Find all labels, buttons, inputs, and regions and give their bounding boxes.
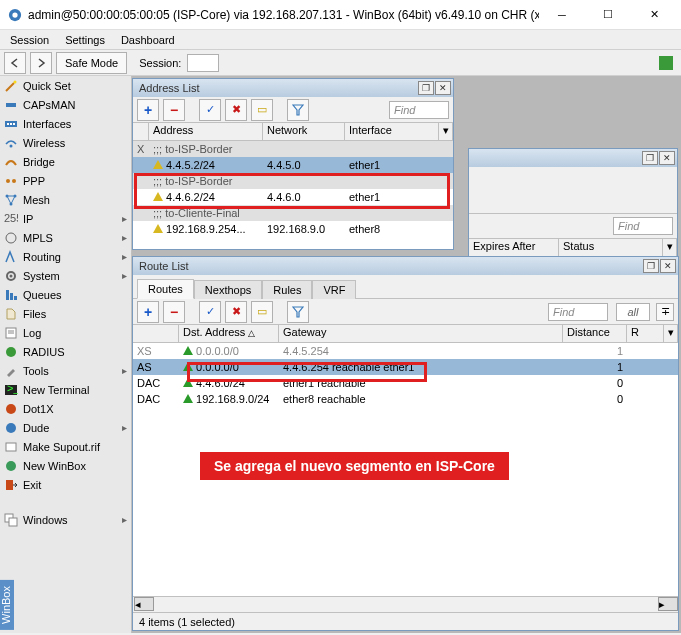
address-list-window: Address List ❐ ✕ + − ✓ ✖ ▭ Find Address [132, 78, 454, 250]
col-network[interactable]: Network [263, 123, 345, 140]
sidebar-item-windows[interactable]: Windows▸ [0, 510, 131, 529]
table-row[interactable]: DAC 192.168.9.0/24ether8 reachable0 [133, 391, 678, 407]
sidebar-item-exit[interactable]: Exit [0, 475, 131, 494]
sidebar-item-files[interactable]: Files [0, 304, 131, 323]
table-row[interactable]: XS 0.0.0.0/04.4.5.2541 [133, 343, 678, 359]
route-disable-button[interactable]: ✖ [225, 301, 247, 323]
menu-settings[interactable]: Settings [59, 32, 111, 48]
route-remove-button[interactable]: − [163, 301, 185, 323]
sidebar-item-queues[interactable]: Queues [0, 285, 131, 304]
sidebar-item-mpls[interactable]: MPLS▸ [0, 228, 131, 247]
tab-routes[interactable]: Routes [137, 279, 194, 299]
col-status[interactable]: Status [559, 239, 663, 256]
table-row[interactable]: DAC 4.4.6.0/24ether1 reachable0 [133, 375, 678, 391]
sidebar-item-quick-set[interactable]: Quick Set [0, 76, 131, 95]
enable-button[interactable]: ✓ [199, 99, 221, 121]
sidebar-item-label: Tools [23, 365, 49, 377]
col-interface[interactable]: Interface [345, 123, 439, 140]
addrwin-close-button[interactable]: ✕ [435, 81, 451, 95]
menu-dashboard[interactable]: Dashboard [115, 32, 181, 48]
winbox-side-tab[interactable]: WinBox [0, 580, 14, 630]
flag-icon [153, 160, 163, 169]
table-comment-row[interactable]: ;;; to-ISP-Border [133, 173, 453, 189]
add-button[interactable]: + [137, 99, 159, 121]
sidebar-item-bridge[interactable]: Bridge [0, 152, 131, 171]
winbox-icon [4, 459, 18, 473]
sidebar-item-interfaces[interactable]: Interfaces [0, 114, 131, 133]
close-button[interactable]: ✕ [631, 0, 677, 30]
menu-session[interactable]: Session [4, 32, 55, 48]
sidebar-item-ppp[interactable]: PPP [0, 171, 131, 190]
maximize-button[interactable]: ☐ [585, 0, 631, 30]
minimize-button[interactable]: ─ [539, 0, 585, 30]
sidebar-item-make-supout-rif[interactable]: Make Supout.rif [0, 437, 131, 456]
sidebar-item-log[interactable]: Log [0, 323, 131, 342]
tab-rules[interactable]: Rules [262, 280, 312, 299]
route-add-button[interactable]: + [137, 301, 159, 323]
mesh-icon [4, 193, 18, 207]
addrwin-restore-button[interactable]: ❐ [418, 81, 434, 95]
sidebar-item-system[interactable]: System▸ [0, 266, 131, 285]
filter-button[interactable] [287, 99, 309, 121]
sidebar-item-label: Interfaces [23, 118, 71, 130]
table-row[interactable]: 4.4.5.2/244.4.5.0ether1 [133, 157, 453, 173]
disable-button[interactable]: ✖ [225, 99, 247, 121]
comment-button[interactable]: ▭ [251, 99, 273, 121]
col-more[interactable]: ▾ [664, 325, 678, 342]
table-row[interactable]: AS 0.0.0.0/04.4.6.254 reachable ether11 [133, 359, 678, 375]
routewin-restore-button[interactable]: ❐ [643, 259, 659, 273]
route-list-window: Route List ❐ ✕ Routes Nexthops Rules VRF… [132, 256, 679, 631]
sidebar-item-dot1x[interactable]: Dot1X [0, 399, 131, 418]
sidebar-item-capsman[interactable]: CAPsMAN [0, 95, 131, 114]
bgwin-restore-button[interactable]: ❐ [642, 151, 658, 165]
svg-point-27 [6, 404, 16, 414]
route-filter-dropdown[interactable]: ∓ [656, 303, 674, 321]
sidebar-item-new-terminal[interactable]: >_New Terminal [0, 380, 131, 399]
col-r[interactable]: R [627, 325, 664, 342]
app-icon [8, 8, 22, 22]
sidebar-item-ip[interactable]: 255IP▸ [0, 209, 131, 228]
sidebar-item-label: IP [23, 213, 33, 225]
col-more[interactable]: ▾ [439, 123, 453, 140]
table-comment-row[interactable]: X;;; to-ISP-Border [133, 141, 453, 157]
col-more[interactable]: ▾ [663, 239, 677, 256]
route-comment-button[interactable]: ▭ [251, 301, 273, 323]
sidebar-item-dude[interactable]: Dude▸ [0, 418, 131, 437]
sidebar-item-tools[interactable]: Tools▸ [0, 361, 131, 380]
svg-rect-20 [14, 296, 17, 300]
tab-nexthops[interactable]: Nexthops [194, 280, 262, 299]
svg-point-2 [14, 80, 17, 83]
route-filter-button[interactable] [287, 301, 309, 323]
col-address[interactable]: Address [149, 123, 263, 140]
safe-mode-button[interactable]: Safe Mode [56, 52, 127, 74]
route-find-input[interactable]: Find [548, 303, 608, 321]
sidebar-item-new-winbox[interactable]: New WinBox [0, 456, 131, 475]
sidebar-item-radius[interactable]: RADIUS [0, 342, 131, 361]
col-gateway[interactable]: Gateway [279, 325, 563, 342]
table-row[interactable]: 192.168.9.254...192.168.9.0ether8 [133, 221, 453, 237]
sidebar-item-routing[interactable]: Routing▸ [0, 247, 131, 266]
route-filter-all[interactable]: all [616, 303, 650, 321]
remove-button[interactable]: − [163, 99, 185, 121]
route-enable-button[interactable]: ✓ [199, 301, 221, 323]
col-expires[interactable]: Expires After [469, 239, 559, 256]
session-value[interactable] [187, 54, 219, 72]
bgwin-close-button[interactable]: ✕ [659, 151, 675, 165]
windows-icon [4, 513, 18, 527]
sidebar-item-wireless[interactable]: Wireless [0, 133, 131, 152]
sidebar-item-mesh[interactable]: Mesh [0, 190, 131, 209]
chevron-icon: ▸ [122, 251, 127, 262]
table-comment-row[interactable]: ;;; to-Cliente-Final [133, 205, 453, 221]
bgwin-find-input[interactable]: Find [613, 217, 673, 235]
addr-find-input[interactable]: Find [389, 101, 449, 119]
log-icon [4, 326, 18, 340]
route-hscroll[interactable]: ◂ ▸ [133, 596, 678, 612]
routewin-close-button[interactable]: ✕ [660, 259, 676, 273]
col-dst[interactable]: Dst. Address △ [179, 325, 279, 342]
table-row[interactable]: 4.4.6.2/244.4.6.0ether1 [133, 189, 453, 205]
flag-icon [183, 394, 193, 403]
undo-button[interactable] [4, 52, 26, 74]
col-distance[interactable]: Distance [563, 325, 627, 342]
redo-button[interactable] [30, 52, 52, 74]
tab-vrf[interactable]: VRF [312, 280, 356, 299]
